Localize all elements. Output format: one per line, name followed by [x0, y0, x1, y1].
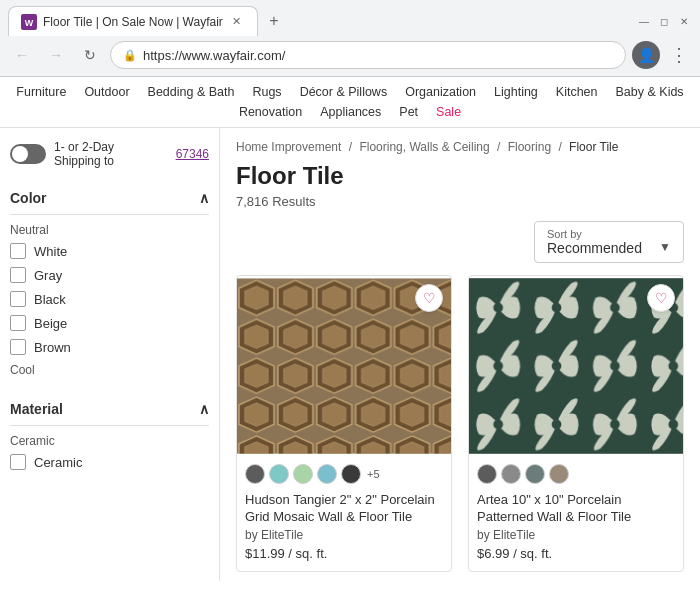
product-price-1: $11.99 / sq. ft. — [245, 546, 443, 561]
color-collapse-icon[interactable]: ∧ — [199, 190, 209, 206]
swatch-2-3[interactable] — [525, 464, 545, 484]
sort-value-text: Recommended — [547, 240, 642, 256]
address-bar-container: ← → ↻ 🔒 https://www.wayfair.com/ 👤 ⋮ — [0, 36, 700, 76]
swatch-1-3[interactable] — [293, 464, 313, 484]
filter-white: White — [10, 243, 205, 259]
beige-checkbox[interactable] — [10, 315, 26, 331]
brown-label: Brown — [34, 340, 71, 355]
swatch-1-5[interactable] — [341, 464, 361, 484]
nav-bedding[interactable]: Bedding & Bath — [148, 85, 235, 99]
nav-baby[interactable]: Baby & Kids — [616, 85, 684, 99]
nav-sale[interactable]: Sale — [436, 105, 461, 119]
product-image-wrap-2: ♡ — [469, 276, 683, 456]
breadcrumb-flooring[interactable]: Flooring — [508, 140, 551, 154]
filter-ceramic: Ceramic — [10, 454, 209, 470]
maximize-button[interactable]: ◻ — [656, 13, 672, 29]
sort-label: Sort by — [547, 228, 582, 240]
breadcrumb: Home Improvement / Flooring, Walls & Cei… — [236, 140, 684, 154]
color-swatches-2 — [469, 456, 683, 488]
black-checkbox[interactable] — [10, 291, 26, 307]
browser-tab[interactable]: W Floor Tile | On Sale Now | Wayfair ✕ — [8, 6, 258, 36]
address-bar[interactable]: 🔒 https://www.wayfair.com/ — [110, 41, 626, 69]
gray-label: Gray — [34, 268, 62, 283]
brown-checkbox[interactable] — [10, 339, 26, 355]
material-filter-section: Material ∧ Ceramic Ceramic — [10, 393, 209, 470]
gray-checkbox[interactable] — [10, 267, 26, 283]
color-filter-section: Color ∧ Neutral White Gray Black — [10, 182, 209, 383]
shipping-zip-link[interactable]: 67346 — [176, 147, 209, 161]
nav-lighting[interactable]: Lighting — [494, 85, 538, 99]
window-controls: — ◻ ✕ — [636, 13, 692, 29]
breadcrumb-flooring-walls[interactable]: Flooring, Walls & Ceiling — [359, 140, 489, 154]
wishlist-button-1[interactable]: ♡ — [415, 284, 443, 312]
nav-organization[interactable]: Organization — [405, 85, 476, 99]
product-card-2: ♡ Artea 10" x 10" Porcelain Patterned Wa… — [468, 275, 684, 572]
browser-titlebar: W Floor Tile | On Sale Now | Wayfair ✕ +… — [0, 0, 700, 36]
page-title: Floor Tile — [236, 162, 684, 190]
swatch-1-2[interactable] — [269, 464, 289, 484]
sort-bar: Sort by Recommended ▼ — [236, 221, 684, 263]
wishlist-button-2[interactable]: ♡ — [647, 284, 675, 312]
nav-renovation[interactable]: Renovation — [239, 105, 302, 119]
filter-black: Black — [10, 291, 205, 307]
products-grid: ♡ +5 Hudson Tangier 2" x 2" Porcelain Gr… — [236, 275, 684, 572]
breadcrumb-sep-2: / — [497, 140, 500, 154]
profile-icon[interactable]: 👤 — [632, 41, 660, 69]
swatch-1-1[interactable] — [245, 464, 265, 484]
swatch-2-2[interactable] — [501, 464, 521, 484]
forward-button[interactable]: → — [42, 41, 70, 69]
url-text: https://www.wayfair.com/ — [143, 48, 613, 63]
nav-rugs[interactable]: Rugs — [252, 85, 281, 99]
svg-text:W: W — [25, 18, 34, 28]
shipping-toggle-switch[interactable] — [10, 144, 46, 164]
filter-brown: Brown — [10, 339, 205, 355]
main-nav: Furniture Outdoor Bedding & Bath Rugs Dé… — [0, 85, 700, 105]
new-tab-button[interactable]: + — [262, 9, 286, 33]
sidebar: 1- or 2-Day Shipping to 67346 Color ∧ Ne… — [0, 128, 220, 581]
close-window-button[interactable]: ✕ — [676, 13, 692, 29]
product-name-2: Artea 10" x 10" Porcelain Patterned Wall… — [477, 492, 675, 526]
sort-value-row: Recommended ▼ — [547, 240, 671, 256]
product-price-2: $6.99 / sq. ft. — [477, 546, 675, 561]
material-section-header: Material ∧ — [10, 393, 209, 426]
sort-dropdown[interactable]: Sort by Recommended ▼ — [534, 221, 684, 263]
white-label: White — [34, 244, 67, 259]
nav-pet[interactable]: Pet — [399, 105, 418, 119]
beige-label: Beige — [34, 316, 67, 331]
color-filter-scroll: Neutral White Gray Black Beige — [10, 223, 209, 383]
breadcrumb-sep-3: / — [558, 140, 561, 154]
product-card-1: ♡ +5 Hudson Tangier 2" x 2" Porcelain Gr… — [236, 275, 452, 572]
toggle-knob — [12, 146, 28, 162]
nav-furniture[interactable]: Furniture — [16, 85, 66, 99]
reload-button[interactable]: ↻ — [76, 41, 104, 69]
page-layout: 1- or 2-Day Shipping to 67346 Color ∧ Ne… — [0, 128, 700, 581]
nav-outdoor[interactable]: Outdoor — [84, 85, 129, 99]
breadcrumb-home-improvement[interactable]: Home Improvement — [236, 140, 341, 154]
sort-chevron-icon: ▼ — [659, 240, 671, 256]
lock-icon: 🔒 — [123, 49, 137, 62]
favicon: W — [21, 14, 37, 30]
swatch-2-1[interactable] — [477, 464, 497, 484]
filter-beige: Beige — [10, 315, 205, 331]
swatch-2-4[interactable] — [549, 464, 569, 484]
color-swatches-1: +5 — [237, 456, 451, 488]
ceramic-checkbox[interactable] — [10, 454, 26, 470]
browser-menu-button[interactable]: ⋮ — [666, 44, 692, 66]
swatch-1-4[interactable] — [317, 464, 337, 484]
nav-kitchen[interactable]: Kitchen — [556, 85, 598, 99]
product-brand-1: by EliteTile — [245, 528, 443, 542]
main-content: Home Improvement / Flooring, Walls & Cei… — [220, 128, 700, 581]
browser-chrome: W Floor Tile | On Sale Now | Wayfair ✕ +… — [0, 0, 700, 77]
back-button[interactable]: ← — [8, 41, 36, 69]
material-collapse-icon[interactable]: ∧ — [199, 401, 209, 417]
tab-title: Floor Tile | On Sale Now | Wayfair — [43, 15, 223, 29]
sub-nav: Renovation Appliances Pet Sale — [0, 105, 700, 127]
white-checkbox[interactable] — [10, 243, 26, 259]
close-tab-icon[interactable]: ✕ — [229, 14, 245, 30]
breadcrumb-sep-1: / — [349, 140, 352, 154]
filter-gray: Gray — [10, 267, 205, 283]
neutral-group-label: Neutral — [10, 223, 205, 237]
minimize-button[interactable]: — — [636, 13, 652, 29]
nav-decor[interactable]: Décor & Pillows — [300, 85, 388, 99]
nav-appliances[interactable]: Appliances — [320, 105, 381, 119]
